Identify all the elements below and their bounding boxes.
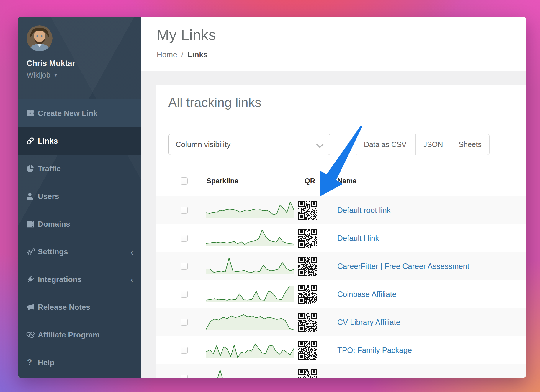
column-visibility-dropdown[interactable]: Column visibility — [168, 134, 330, 155]
svg-text:?: ? — [27, 358, 32, 367]
app-window: Chris Muktar Wikijob ▼ Create New LinkLi… — [18, 17, 526, 378]
link-name[interactable]: Default root link — [337, 206, 526, 215]
content-area: All tracking links Column visibility Dat… — [141, 71, 526, 378]
sidebar-item-label: Integrations — [38, 275, 82, 284]
dropdown-divider — [309, 138, 309, 151]
plug-icon — [26, 275, 38, 284]
sidebar-item-label: Affiliate Program — [38, 330, 100, 340]
sidebar-item-domains[interactable]: Domains — [18, 210, 141, 238]
sidebar-item-integrations[interactable]: Integrations‹ — [18, 266, 141, 293]
link-name[interactable]: CareerFitter | Free Career Assessment — [337, 262, 526, 271]
breadcrumb: Home/Links — [157, 50, 526, 59]
desktop-background: Chris Muktar Wikijob ▼ Create New LinkLi… — [0, 0, 540, 392]
table-row: Coinbase Affiliate — [156, 280, 526, 308]
sidebar-item-label: Release Notes — [38, 303, 90, 312]
megaphone-icon — [26, 303, 38, 311]
qr-code[interactable] — [290, 201, 319, 220]
breadcrumb-current: Links — [188, 50, 208, 59]
panel-title: All tracking links — [168, 95, 526, 110]
breadcrumb-separator: / — [181, 50, 183, 59]
row-checkbox[interactable] — [181, 347, 188, 354]
link-icon — [26, 136, 38, 145]
sidebar-item-label: Domains — [38, 220, 70, 229]
link-name[interactable]: Coinbase Affiliate — [337, 290, 526, 299]
qr-code[interactable] — [290, 257, 319, 276]
sidebar-item-release-notes[interactable]: Release Notes — [18, 293, 141, 321]
row-checkbox[interactable] — [181, 263, 188, 270]
export-json-button[interactable]: JSON — [415, 134, 451, 155]
export-button-group: Data as CSVJSONSheets — [355, 134, 490, 155]
link-name[interactable]: Default l link — [337, 234, 526, 243]
table-body: Default root linkDefault l linkCareerFit… — [156, 196, 526, 378]
column-header-name[interactable]: Name — [337, 177, 526, 185]
table-row: Default root link — [156, 196, 526, 224]
sidebar-item-traffic[interactable]: Traffic — [18, 155, 141, 182]
grid-icon — [26, 109, 38, 117]
chevron-left-icon: ‹ — [130, 274, 134, 284]
table-row: CareerFitter | Free Career Assessment — [156, 252, 526, 280]
table-row: CV Library Affiliate — [156, 308, 526, 336]
table-row: TPO: Family Package — [156, 336, 526, 364]
link-name[interactable]: CV Library Affiliate — [337, 318, 526, 327]
sparkline-chart — [197, 229, 290, 247]
tracking-links-panel: All tracking links Column visibility Dat… — [156, 85, 526, 378]
sidebar-item-label: Create New Link — [38, 109, 97, 118]
column-visibility-label: Column visibility — [176, 140, 230, 149]
column-header-qr[interactable]: QR — [305, 177, 319, 185]
sidebar-item-label: Settings — [38, 247, 68, 256]
handshake-icon — [26, 331, 38, 339]
sparkline-chart — [197, 285, 290, 303]
sparkline-chart — [197, 257, 290, 275]
organization-name: Wikijob — [27, 71, 50, 79]
profile-section: Chris Muktar Wikijob ▼ — [18, 17, 141, 99]
user-name: Chris Muktar — [27, 59, 141, 68]
avatar[interactable] — [27, 25, 53, 51]
column-header-sparkline[interactable]: Sparkline — [207, 177, 290, 185]
sidebar-item-label: Links — [38, 136, 58, 146]
server-icon — [26, 220, 38, 228]
sidebar-item-help[interactable]: ?Help — [18, 349, 141, 376]
select-all-checkbox[interactable] — [181, 177, 188, 185]
gears-icon — [26, 248, 38, 256]
qr-code[interactable] — [290, 229, 319, 248]
table-header-row: Sparkline QR Name — [156, 166, 526, 196]
table-row: Default l link — [156, 224, 526, 252]
row-checkbox[interactable] — [181, 291, 188, 298]
sidebar-item-users[interactable]: Users — [18, 182, 141, 210]
sidebar-item-label: Traffic — [38, 164, 61, 173]
sparkline-chart — [197, 369, 290, 378]
main-area: My Links Home/Links All tracking links C… — [141, 17, 526, 378]
row-checkbox[interactable] — [181, 207, 188, 214]
sparkline-chart — [197, 341, 290, 359]
qr-code[interactable] — [290, 285, 319, 304]
sidebar-item-label: Users — [38, 192, 59, 201]
links-table: Sparkline QR Name Default root linkDefau… — [156, 166, 526, 378]
page-header: My Links Home/Links — [141, 17, 526, 71]
sparkline-chart — [197, 313, 290, 331]
export-data-as-csv-button[interactable]: Data as CSV — [355, 134, 416, 155]
sidebar-item-links[interactable]: Links — [18, 127, 141, 155]
row-checkbox[interactable] — [181, 235, 188, 242]
user-icon — [26, 192, 38, 200]
qr-code[interactable] — [290, 313, 319, 332]
panel-title-bar: All tracking links — [156, 85, 526, 124]
qr-code[interactable] — [290, 369, 319, 378]
question-icon: ? — [26, 358, 38, 367]
link-name[interactable]: TPO: Family Package — [337, 346, 526, 355]
sidebar-item-settings[interactable]: Settings‹ — [18, 238, 141, 266]
pie-chart-icon — [26, 164, 38, 173]
sidebar-item-label: Help — [38, 358, 54, 367]
breadcrumb-home[interactable]: Home — [157, 50, 177, 59]
export-sheets-button[interactable]: Sheets — [451, 134, 490, 155]
sidebar-item-affiliate-program[interactable]: Affiliate Program — [18, 321, 141, 349]
page-title: My Links — [157, 27, 526, 44]
sidebar-item-create-new-link[interactable]: Create New Link — [18, 99, 141, 127]
organization-switcher[interactable]: Wikijob ▼ — [27, 71, 141, 79]
table-toolbar: Column visibility Data as CSVJSONSheets — [168, 134, 526, 155]
row-checkbox[interactable] — [181, 375, 188, 378]
table-row-partial — [156, 364, 526, 378]
sidebar-nav: Create New LinkLinksTrafficUsersDomainsS… — [18, 99, 141, 376]
qr-code[interactable] — [290, 341, 319, 360]
caret-down-icon: ▼ — [53, 72, 58, 78]
row-checkbox[interactable] — [181, 319, 188, 326]
